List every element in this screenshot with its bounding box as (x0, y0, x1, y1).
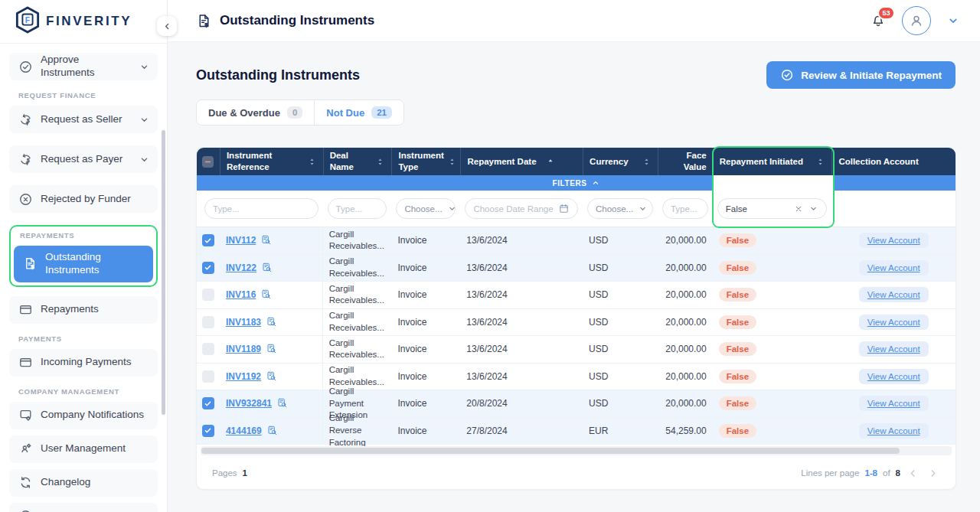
chevron-down-icon (447, 204, 457, 214)
instrument-preview-icon[interactable] (276, 397, 289, 409)
minus-icon (204, 158, 212, 166)
row-checkbox[interactable] (202, 316, 214, 328)
sort-ascending-icon[interactable] (546, 157, 555, 166)
instrument-reference-link[interactable]: INV1189 (226, 344, 261, 354)
row-checkbox[interactable] (202, 397, 214, 409)
sidebar-item-help[interactable]: Help (9, 503, 158, 512)
instrument-reference-link[interactable]: INV112 (226, 235, 256, 246)
currency-cell: USD (583, 255, 658, 282)
view-account-link[interactable]: View Account (859, 260, 929, 276)
row-select-cell (197, 255, 220, 282)
sort-both-icon[interactable] (375, 157, 385, 167)
face-value-cell: 20,000.00 (658, 364, 713, 390)
check-circle-icon (18, 60, 33, 74)
sort-both-icon[interactable] (447, 157, 457, 167)
filter-select[interactable]: Choose... (396, 198, 456, 219)
row-checkbox[interactable] (202, 343, 214, 355)
instrument-preview-icon[interactable] (266, 370, 278, 383)
sidebar-item-request-as-seller[interactable]: $Request as Seller (9, 106, 158, 133)
repayment-initiated-badge: False (719, 342, 756, 356)
filter-text-input[interactable] (662, 198, 708, 219)
instrument-preview-icon[interactable] (266, 425, 279, 437)
face-value-cell: 20,000.00 (658, 390, 713, 417)
next-page-button[interactable] (926, 466, 940, 481)
view-account-link[interactable]: View Account (859, 233, 929, 248)
sidebar-item-company-notifications[interactable]: Company Notifications (9, 402, 158, 429)
instrument-preview-icon[interactable] (266, 316, 278, 328)
row-checkbox[interactable] (202, 262, 214, 274)
row-checkbox[interactable] (202, 289, 214, 301)
column-label: Instrument Reference (227, 150, 304, 173)
sidebar-item-outstanding-instruments[interactable]: $Outstanding Instruments (14, 246, 153, 282)
sidebar-collapse-button[interactable] (157, 16, 177, 36)
filter-date-range[interactable]: Choose Date Range (465, 198, 578, 219)
filters-label: FILTERS (552, 179, 586, 188)
filters-toggle[interactable]: FILTERS (552, 178, 599, 188)
horizontal-scrollbar (201, 446, 952, 455)
horizontal-scrollbar-thumb[interactable] (201, 448, 900, 454)
column-header-repayment-initiated: Repayment Initiated (713, 148, 832, 175)
sidebar-item-rejected-by-funder[interactable]: Rejected by Funder (9, 185, 158, 213)
notifications-button[interactable]: 53 (870, 12, 887, 29)
clear-filter-button[interactable] (794, 204, 803, 214)
select-all-checkbox[interactable] (202, 156, 214, 168)
instrument-reference-link[interactable]: INV1192 (226, 371, 261, 382)
user-avatar[interactable] (902, 6, 931, 35)
of-label: of (883, 468, 890, 478)
instrument-reference-link[interactable]: INV932841 (226, 398, 272, 409)
row-select-cell (197, 418, 220, 445)
previous-page-button[interactable] (906, 466, 920, 481)
view-account-link[interactable]: View Account (859, 396, 929, 411)
instrument-preview-icon[interactable] (261, 262, 273, 274)
notification-count-badge: 53 (877, 6, 895, 20)
sidebar-item-user-management[interactable]: User Management (9, 435, 158, 463)
profile-menu-chevron[interactable] (946, 14, 960, 28)
repayment-date-cell: 13/6/2024 (460, 227, 583, 254)
instrument-reference-link[interactable]: INV116 (226, 289, 256, 300)
tab-due-overdue[interactable]: Due & Overdue0 (197, 100, 314, 125)
repayment-initiated-cell: False (713, 336, 832, 363)
check-icon (204, 426, 212, 435)
table-header-row: Instrument ReferenceDeal NameInstrument … (197, 148, 956, 175)
table-row: INV116Cargill Receivables...Invoice13/6/… (197, 282, 956, 309)
view-account-link[interactable]: View Account (859, 369, 929, 384)
view-account-link[interactable]: View Account (859, 423, 929, 439)
sidebar-scrollbar[interactable] (162, 130, 165, 415)
sidebar-item-request-as-payer[interactable]: $Request as Payer (9, 145, 158, 173)
instrument-preview-icon[interactable] (260, 234, 273, 246)
row-checkbox[interactable] (202, 425, 214, 437)
sidebar-item-repayments[interactable]: Repayments (9, 296, 158, 324)
column-label: Instrument Type (398, 150, 443, 173)
instrument-reference-cell: INV112 (220, 227, 323, 254)
instruments-table: Instrument ReferenceDeal NameInstrument … (196, 147, 956, 490)
filter-text-input[interactable] (204, 198, 318, 219)
filter-select[interactable]: False (717, 198, 828, 219)
sidebar-item-changelog[interactable]: Changelog (9, 469, 158, 497)
sidebar-item-incoming-payments[interactable]: Incoming Payments (9, 349, 158, 377)
sidebar-item-approve-instruments[interactable]: Approve Instruments (9, 53, 158, 80)
table-row: INV1183Cargill Receivables...Invoice13/6… (197, 309, 956, 337)
instrument-preview-icon[interactable] (266, 343, 278, 355)
filter-select[interactable]: Choose... (587, 198, 653, 219)
doc-search-icon (260, 289, 273, 301)
instrument-preview-icon[interactable] (260, 289, 273, 301)
row-checkbox[interactable] (202, 234, 214, 246)
instrument-reference-link[interactable]: INV1183 (226, 317, 261, 328)
sort-both-icon[interactable] (815, 157, 825, 167)
view-account-link[interactable]: View Account (859, 287, 929, 302)
instrument-reference-link[interactable]: 4144169 (226, 426, 262, 436)
view-account-link[interactable]: View Account (859, 315, 929, 330)
lines-range: 1-8 (864, 468, 877, 478)
review-initiate-repayment-button[interactable]: Review & Initiate Repayment (766, 61, 956, 89)
sort-both-icon[interactable] (642, 157, 652, 167)
repayment-initiated-cell: False (713, 309, 832, 336)
row-checkbox[interactable] (202, 370, 214, 383)
filter-text-input[interactable] (328, 198, 387, 219)
collection-account-cell: View Account (831, 418, 956, 445)
instrument-reference-link[interactable]: INV122 (226, 263, 256, 273)
sort-both-icon[interactable] (307, 157, 317, 167)
filters-bar: FILTERS (197, 175, 956, 191)
view-account-link[interactable]: View Account (859, 341, 929, 357)
tab-not-due[interactable]: Not Due21 (314, 100, 403, 125)
check-icon (204, 263, 212, 272)
